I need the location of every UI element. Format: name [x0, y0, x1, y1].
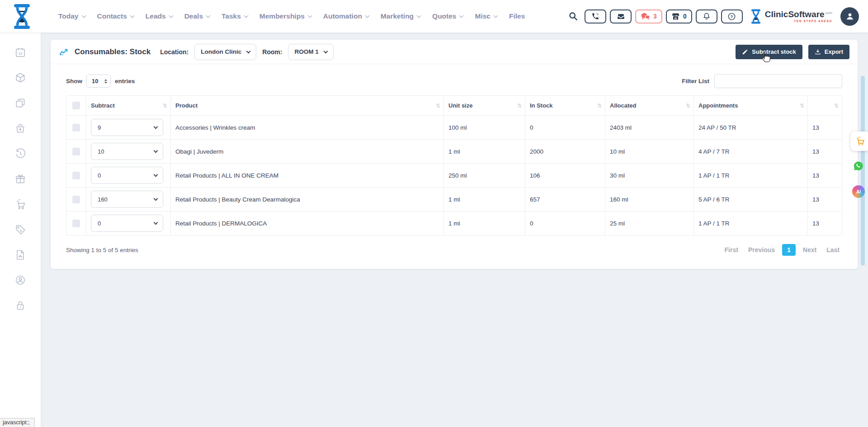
nav-misc[interactable]: Misc — [469, 12, 503, 20]
sort-icon[interactable] — [834, 103, 839, 109]
column-header-in-stock[interactable]: In Stock — [525, 96, 605, 116]
subtract-qty-select[interactable]: 9 — [91, 119, 163, 136]
chevron-down-icon — [81, 13, 86, 18]
download-icon — [815, 49, 821, 55]
table-footer: Showing 1 to 5 of 5 entries First Previo… — [51, 235, 858, 264]
select-all-checkbox[interactable] — [72, 102, 80, 109]
pencil-icon — [742, 49, 748, 55]
pagination-previous[interactable]: Previous — [745, 244, 778, 256]
nav-contacts[interactable]: Contacts — [91, 12, 140, 20]
chevron-down-icon — [459, 13, 464, 18]
svg-text:12: 12 — [18, 52, 23, 56]
search-icon[interactable] — [568, 11, 578, 21]
cube-icon[interactable] — [14, 71, 27, 84]
row-checkbox[interactable] — [72, 196, 80, 203]
table-row: 0 Retail Products | ALL IN ONE CREAM 250… — [66, 164, 842, 188]
table-row: 10 Obagi | Juvederm 1 ml 2000 10 ml 4 AP… — [66, 140, 842, 164]
sort-icon[interactable] — [800, 103, 804, 109]
column-header-appointments[interactable]: Appointments — [694, 96, 808, 116]
clinicsoftware-hourglass-logo[interactable] — [10, 4, 33, 29]
cell-in-stock: 0 — [525, 116, 605, 140]
price-tag-icon[interactable]: $ — [14, 223, 27, 235]
pos-button[interactable]: 0 — [666, 9, 692, 23]
sort-icon[interactable] — [517, 103, 522, 109]
nav-quotes[interactable]: Quotes — [426, 12, 469, 20]
subtract-qty-select[interactable]: 0 — [91, 215, 163, 232]
nav-tasks[interactable]: Tasks — [216, 12, 254, 20]
pagination-last[interactable]: Last — [824, 244, 842, 256]
column-header-unit-size[interactable]: Unit size — [444, 96, 525, 116]
entries-summary: Showing 1 to 5 of 5 entries — [66, 247, 138, 253]
pagination-page-1[interactable]: 1 — [782, 244, 796, 256]
copy-icon[interactable] — [14, 97, 27, 109]
row-checkbox[interactable] — [72, 220, 80, 227]
chat-button[interactable]: 3 — [635, 9, 662, 23]
export-button[interactable]: Export — [808, 45, 849, 59]
sort-icon[interactable] — [597, 103, 602, 109]
brand-tld: .com — [825, 11, 832, 15]
calendar-icon[interactable]: 12 — [14, 46, 27, 58]
user-avatar[interactable] — [840, 7, 859, 26]
subtract-stock-button[interactable]: Substract stock — [736, 45, 802, 59]
nav-marketing[interactable]: Marketing — [375, 12, 426, 20]
room-select[interactable]: ROOM 1 — [288, 44, 333, 60]
brand-logo[interactable]: ClinicSoftware.com TEN STEPS AHEAD — [750, 9, 832, 24]
nav-today[interactable]: Today — [52, 12, 91, 20]
subtract-qty-select[interactable]: 0 — [91, 167, 163, 184]
column-header-product[interactable]: Product — [171, 96, 444, 116]
cell-allocated: 160 ml — [605, 188, 694, 211]
nav-leads[interactable]: Leads — [140, 12, 179, 20]
pagination-first[interactable]: First — [722, 244, 741, 256]
topbar: Today Contacts Leads Deals Tasks Members… — [0, 0, 868, 33]
nav-deals[interactable]: Deals — [179, 12, 216, 20]
sort-icon[interactable] — [436, 103, 440, 109]
whatsapp-chat-icon[interactable] — [853, 160, 864, 172]
bag-download-icon[interactable] — [14, 122, 27, 134]
sort-icon[interactable] — [163, 103, 167, 109]
row-checkbox[interactable] — [72, 172, 80, 179]
chevron-down-icon — [169, 13, 173, 18]
chevron-down-icon — [154, 173, 158, 177]
phone-button[interactable] — [585, 9, 606, 23]
sort-icon[interactable] — [686, 103, 690, 109]
gift-icon[interactable] — [14, 173, 27, 185]
chevron-down-icon — [154, 149, 158, 153]
column-header-subtract[interactable]: Subtract — [86, 96, 171, 116]
inbox-button[interactable] — [610, 9, 632, 23]
nav-files[interactable]: Files — [503, 12, 531, 20]
help-button[interactable]: ? — [721, 9, 743, 23]
row-checkbox[interactable] — [72, 148, 80, 155]
pagination-next[interactable]: Next — [800, 244, 819, 256]
bell-icon — [703, 12, 711, 20]
person-icon — [845, 11, 855, 21]
table-controls: Show 10 entries Filter List — [51, 64, 858, 95]
subtract-qty-select[interactable]: 10 — [91, 143, 163, 160]
notifications-button[interactable] — [696, 9, 717, 23]
chevron-down-icon — [365, 13, 369, 18]
column-header-allocated[interactable]: Allocated — [605, 96, 694, 116]
cell-in-stock: 0 — [525, 211, 605, 235]
svg-text:$: $ — [20, 228, 22, 232]
filter-input[interactable] — [714, 74, 842, 88]
filter-label: Filter List — [682, 78, 709, 84]
report-icon[interactable] — [14, 249, 27, 261]
history-icon[interactable] — [14, 147, 27, 160]
nav-memberships[interactable]: Memberships — [254, 12, 317, 20]
cell-appointments: 5 AP / 6 TR — [694, 188, 808, 211]
lock-icon[interactable] — [14, 299, 27, 311]
column-header-extra[interactable] — [808, 96, 842, 116]
nav-automation[interactable]: Automation — [317, 12, 375, 20]
ai-assistant-button[interactable]: AI — [852, 185, 865, 198]
cell-extra: 13 — [808, 164, 842, 188]
table-row: 9 Accessories | Wrinkles cream 100 ml 0 … — [66, 116, 842, 140]
chat-count-badge: 3 — [653, 13, 657, 20]
subtract-qty-select[interactable]: 160 — [91, 191, 163, 208]
row-checkbox[interactable] — [72, 124, 80, 131]
support-icon[interactable] — [14, 274, 27, 286]
page-size-select[interactable]: 10 — [86, 75, 111, 88]
table-header-row: Subtract Product Unit size In Stock Allo… — [66, 96, 842, 116]
chevron-down-icon — [494, 13, 498, 18]
cart-icon[interactable] — [14, 198, 27, 210]
floating-cart-button[interactable] — [850, 131, 868, 151]
location-select[interactable]: London Clinic — [194, 44, 256, 60]
